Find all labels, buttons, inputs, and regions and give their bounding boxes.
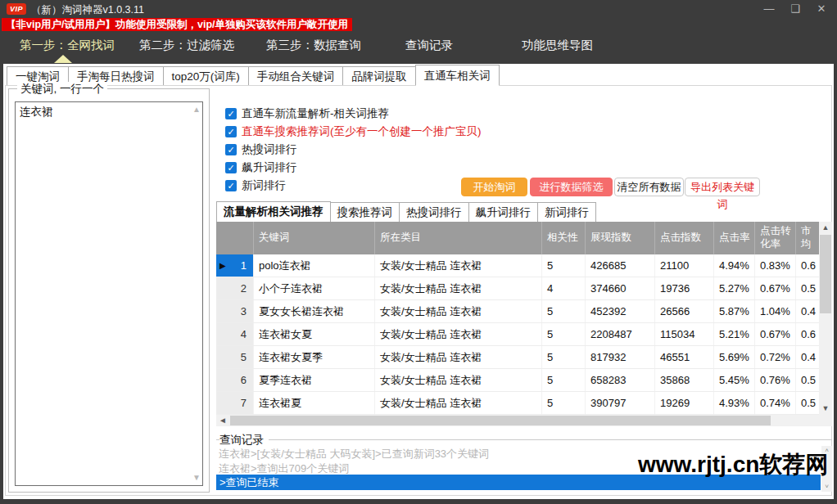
close-icon[interactable]: ✕ [814,1,829,17]
tab-search-recommend-words[interactable]: 搜索推荐词 [330,202,400,222]
cell-market-avg: 0.4 [796,300,819,322]
tab-manual-combine[interactable]: 手动组合关键词 [248,66,344,86]
cell-keyword[interactable]: 连衣裙女夏 [254,323,375,345]
table-row[interactable]: ▶ 5 连衣裙女夏季 女装/女士精品 连衣裙 5 817932 46551 5.… [216,346,819,369]
table-row[interactable]: ▶ 6 夏季连衣裙 女装/女士精品 连衣裙 5 658283 35868 5.4… [216,369,819,392]
nav-step3-data-query[interactable]: 第三步：数据查询 [266,38,361,53]
filter-data-button[interactable]: 进行数据筛选 [530,178,613,196]
table-row[interactable]: ▶ 7 连衣裙夏 女装/女士精品 连衣裙 5 390797 19269 4.93… [216,392,819,415]
tab-brand-extract[interactable]: 品牌词提取 [342,66,416,86]
row-index: 1 [241,259,247,272]
checkbox-checked-icon[interactable]: ✓ [225,108,237,119]
nav-mind-map[interactable]: 功能思维导图 [522,38,593,53]
cell-market-avg: 0.6 [796,254,819,277]
header-ctr[interactable]: 点击率 [714,222,755,254]
header-relevance[interactable]: 相关性 [542,222,586,254]
scrollbar-thumb[interactable] [820,235,831,313]
row-index-cell[interactable]: ▶ 4 [216,323,254,345]
cell-keyword[interactable]: 连衣裙夏 [254,392,375,414]
cell-keyword[interactable]: 夏女女长裙连衣裙 [254,300,375,322]
row-index-cell[interactable]: ▶ 1 [216,254,254,277]
cell-ctr: 5.21% [714,323,755,345]
cell-keyword[interactable]: polo连衣裙 [254,254,375,277]
header-category[interactable]: 所在类目 [375,222,542,254]
tab-ztc-related-words[interactable]: 直通车相关词 [415,65,500,86]
tab-new-word-rank[interactable]: 新词排行 [537,202,596,222]
cell-market-avg: 0.6 [796,323,819,345]
tab-top200k-lexicon[interactable]: top20万(词库) [163,66,249,86]
keyword-scrollbar[interactable]: ▲ ▼ [191,102,202,485]
cell-category: 女装/女士精品 连衣裙 [375,254,542,277]
header-clicks[interactable]: 点击指数 [655,222,714,254]
checkbox-checked-icon[interactable]: ✓ [225,162,237,173]
table-vertical-scrollbar[interactable]: ▲ ▼ [819,222,832,415]
table-horizontal-scrollbar[interactable]: ◄ [216,415,832,426]
result-tab-strip: 流量解析相关词推荐 搜索推荐词 热搜词排行 飙升词排行 新词排行 [216,202,595,222]
cell-market-avg: 0.4 [796,346,819,368]
scroll-up-icon[interactable]: ▲ [819,222,832,234]
cell-relevance: 5 [542,323,586,345]
cell-impressions: 817932 [586,346,655,368]
scrollbar-thumb[interactable] [230,416,771,425]
cell-clicks: 35868 [655,369,714,391]
table-row[interactable]: ▶ 2 小个子连衣裙 女装/女士精品 连衣裙 4 374660 19736 5.… [216,277,819,300]
scroll-down-icon[interactable]: ˅ [821,483,832,491]
tab-rising-rank[interactable]: 飙升词排行 [468,202,539,222]
current-row-marker-icon: ▶ [219,261,226,271]
checkbox-search-recommend[interactable]: ✓ 直通车搜索推荐词(至少有一个创建一个推广宝贝) [225,123,482,141]
row-index-cell[interactable]: ▶ 6 [216,369,254,391]
start-taoci-button[interactable]: 开始淘词 [461,178,527,196]
maximize-icon[interactable]: ❑ [788,1,803,17]
table-row[interactable]: ▶ 3 夏女女长裙连衣裙 女装/女士精品 连衣裙 5 452392 26566 … [216,300,819,323]
scroll-down-icon[interactable]: ▼ [191,472,202,484]
vip-badge-icon: VIP [7,3,26,15]
checkbox-checked-icon[interactable]: ✓ [225,180,237,191]
clear-data-button[interactable]: 清空所有数据 [614,178,684,196]
cell-keyword[interactable]: 小个子连衣裙 [254,277,375,299]
keyword-input-value: 连衣裙 [20,105,53,119]
cell-impressions: 390797 [586,392,655,414]
row-index: 6 [241,374,247,386]
header-impressions[interactable]: 展现指数 [586,222,655,254]
tab-hot-search-rank[interactable]: 热搜词排行 [399,202,469,222]
nav-query-history[interactable]: 查询记录 [405,38,453,53]
checkbox-label: 新词排行 [242,178,286,193]
content-area: 一键淘词 手淘每日热搜词 top20万(词库) 手动组合关键词 品牌词提取 直通… [3,64,834,499]
minimize-icon[interactable]: — [762,1,776,17]
cell-category: 女装/女士精品 连衣裙 [375,300,542,322]
cell-keyword[interactable]: 连衣裙女夏季 [254,346,375,368]
checkbox-flow-analysis[interactable]: ✓ 直通车新流量解析-相关词推荐 [225,105,482,123]
cell-clicks: 19736 [655,277,714,299]
checkbox-checked-icon[interactable]: ✓ [225,126,237,137]
nav-step1-find-words[interactable]: 第一步：全网找词 [20,38,115,53]
cell-clicks: 46551 [655,346,714,368]
table-row[interactable]: ▶ 4 连衣裙女夏 女装/女士精品 连衣裙 5 2208487 115034 5… [216,323,819,346]
nav-step2-filter[interactable]: 第二步：过滤筛选 [139,38,234,53]
header-market-avg[interactable]: 市均 [796,222,819,254]
query-log-divider [216,439,832,440]
checkbox-label: 飙升词排行 [242,160,297,175]
tab-flow-analysis-words[interactable]: 流量解析相关词推荐 [216,201,331,222]
export-keywords-button[interactable]: 导出列表关键词 [685,178,760,196]
row-index-cell[interactable]: ▶ 7 [216,392,254,414]
header-cvr[interactable]: 点击转化率 [755,222,796,254]
checkbox-label: 直通车新流量解析-相关词推荐 [242,106,389,121]
cell-cvr: 0.83% [755,254,796,277]
cell-keyword[interactable]: 夏季连衣裙 [254,369,375,391]
checkbox-hot-search-rank[interactable]: ✓ 热搜词排行 [225,141,482,159]
keyword-input[interactable]: 连衣裙 ▲ ▼ [15,101,203,486]
checkbox-rising-rank[interactable]: ✓ 飙升词排行 [225,159,482,177]
scroll-down-icon[interactable]: ▼ [819,403,832,415]
row-index-cell[interactable]: ▶ 2 [216,277,254,299]
row-index-cell[interactable]: ▶ 5 [216,346,254,368]
cell-clicks: 115034 [655,323,714,345]
header-keyword[interactable]: 关键词 [254,222,375,254]
keyword-group-label: 关键词, 一行一个 [17,82,107,97]
checkbox-new-word-rank[interactable]: ✓ 新词排行 [225,177,482,195]
scroll-up-icon[interactable]: ▲ [191,104,202,115]
keyword-groupbox: 关键词, 一行一个 连衣裙 ▲ ▼ [8,88,210,493]
scroll-left-icon[interactable]: ◄ [216,415,229,426]
checkbox-checked-icon[interactable]: ✓ [225,144,237,155]
row-index-cell[interactable]: ▶ 3 [216,300,254,322]
table-row[interactable]: ▶ 1 polo连衣裙 女装/女士精品 连衣裙 5 426685 21100 4… [216,254,819,277]
